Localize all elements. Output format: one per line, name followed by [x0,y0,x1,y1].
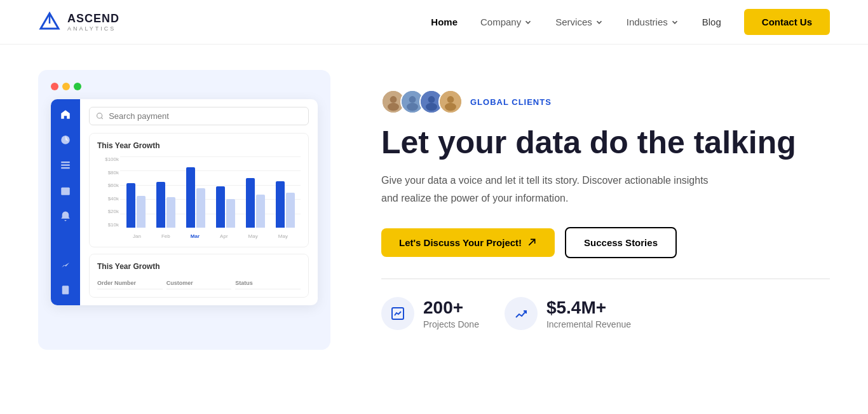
hero-title: Let your data do the talking [381,125,830,160]
dot-yellow [62,83,70,90]
bar-group-mar [186,167,205,228]
table-col-order: Order Number [97,277,163,289]
success-stories-button[interactable]: Success Stories [565,227,677,258]
svg-rect-3 [61,162,70,163]
stat-projects-label: Projects Done [423,319,479,329]
avatars-group [381,90,463,114]
stat-revenue-value: $5.4M+ [546,298,631,318]
sidebar-icon-home [59,108,72,121]
cta-row: Let's Discuss Your Project! Success Stor… [381,227,830,258]
table-title: This Year Growth [97,262,301,271]
stat-projects-value: 200+ [423,298,479,318]
x-label-feb: Feb [161,233,170,239]
x-label-jan: Jan [133,233,141,239]
chevron-down-icon-3 [670,18,679,27]
dot-red [51,83,58,90]
nav-services[interactable]: Services [555,17,604,27]
contact-button[interactable]: Contact Us [744,9,830,35]
x-label-apr: Apr [220,233,227,239]
search-input[interactable] [109,111,302,121]
dashboard-sidebar [51,99,80,305]
stat-revenue-info: $5.4M+ Incremental Revenue [546,298,631,329]
nav-home[interactable]: Home [431,17,458,27]
stat-projects-info: 200+ Projects Done [423,298,479,329]
projects-icon [390,306,405,321]
svg-rect-5 [61,167,70,169]
nav-industries[interactable]: Industries [627,17,679,27]
svg-rect-6 [61,188,70,195]
x-labels: Jan Feb Mar Apr May May [123,233,298,239]
search-icon [96,112,104,120]
browser-dots [51,83,318,90]
svg-point-21 [407,103,418,111]
svg-point-20 [409,96,416,103]
avatars-row: GLOBAL CLIENTS [381,90,830,114]
chart-card: This Year Growth $100k $80k $60k $40k $2… [89,133,309,247]
svg-point-14 [97,113,102,118]
table-header: Order Number Customer Status [97,277,301,289]
nav-blog[interactable]: Blog [702,17,721,27]
bars-container [123,156,298,228]
avatar-4 [438,90,463,114]
svg-point-18 [388,103,399,111]
dashboard-mockup: This Year Growth $100k $80k $60k $40k $2… [38,70,330,350]
section-divider [381,279,830,279]
chevron-down-icon-2 [595,18,604,27]
sidebar-icon-chart [59,134,72,146]
logo[interactable]: ASCEND ANALYTICS [38,11,119,34]
x-label-may2: May [278,233,288,239]
svg-line-15 [101,118,102,119]
x-label-mar: Mar [191,233,200,239]
svg-rect-4 [61,165,70,166]
navbar: ASCEND ANALYTICS Home Company Services I… [0,0,868,45]
chart-title: This Year Growth [97,141,301,150]
y-label-5: $20k [97,209,119,214]
bar-group-may2 [276,181,295,228]
sidebar-icon-calendar [59,184,72,197]
table-col-status: Status [235,277,301,289]
y-labels: $100k $80k $60k $40k $20k $10k [97,156,119,228]
x-label-may1: May [248,233,258,239]
projects-icon-circle [381,297,414,330]
logo-sub: ANALYTICS [67,25,119,32]
svg-point-26 [447,96,454,103]
revenue-icon-circle [505,297,538,330]
svg-point-23 [428,96,435,103]
main-content: This Year Growth $100k $80k $60k $40k $2… [0,45,868,362]
table-card: This Year Growth Order Number Customer S… [89,254,309,298]
stat-revenue: $5.4M+ Incremental Revenue [505,297,631,330]
sidebar-icon-list [59,159,72,172]
y-label-2: $80k [97,170,119,176]
arrow-icon [527,237,537,247]
global-clients-label: GLOBAL CLIENTS [470,97,552,107]
search-bar[interactable] [89,107,309,125]
hero-section: GLOBAL CLIENTS Let your data do the talk… [381,90,830,329]
svg-line-28 [529,240,534,245]
svg-point-27 [445,103,456,111]
table-col-customer: Customer [166,277,232,289]
bar-chart: $100k $80k $60k $40k $20k $10k [97,156,301,239]
discuss-project-button[interactable]: Let's Discuss Your Project! [381,228,555,257]
sidebar-icon-settings [59,284,72,296]
chevron-down-icon [524,18,532,27]
y-label-6: $10k [97,222,119,228]
revenue-icon [513,306,529,321]
dashboard-inner: This Year Growth $100k $80k $60k $40k $2… [51,99,318,305]
dot-green [74,83,81,90]
svg-point-24 [426,103,437,111]
bar-group-feb [156,182,175,228]
bar-group-jan [126,183,146,228]
stat-revenue-label: Incremental Revenue [546,319,631,329]
y-label-1: $100k [97,156,119,162]
logo-name: ASCEND [67,12,119,25]
bar-group-may1 [246,178,265,228]
stats-row: 200+ Projects Done $5.4M+ Incremental Re… [381,297,830,330]
y-label-4: $40k [97,196,119,202]
svg-rect-10 [62,286,69,294]
nav-links: Home Company Services Industries Blog Co… [431,9,830,35]
dashboard-content: This Year Growth $100k $80k $60k $40k $2… [80,99,318,305]
logo-icon [38,11,61,34]
nav-company[interactable]: Company [480,17,532,27]
stat-projects: 200+ Projects Done [381,297,479,330]
bar-group-apr [216,186,235,228]
